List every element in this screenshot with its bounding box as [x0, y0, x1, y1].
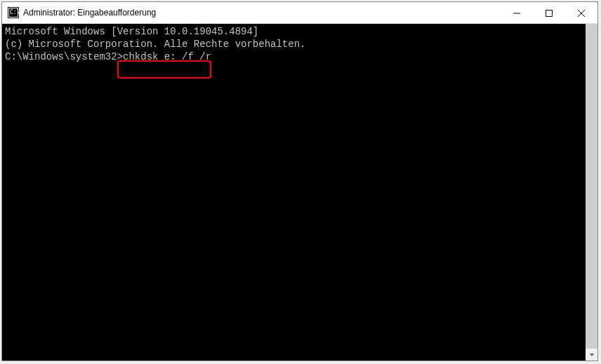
prompt-line: C:\Windows\system32>chkdsk e: /f /r	[5, 50, 211, 63]
maximize-button[interactable]	[533, 2, 565, 24]
scrollbar-thumb[interactable]	[586, 24, 597, 360]
cmd-icon: C:\	[8, 7, 19, 18]
minimize-button[interactable]	[501, 2, 533, 24]
terminal-content[interactable]: Microsoft Windows [Version 10.0.19045.48…	[2, 24, 586, 360]
command-text: chkdsk e: /f /r	[123, 51, 211, 62]
svg-rect-5	[546, 10, 553, 16]
terminal-area: Microsoft Windows [Version 10.0.19045.48…	[2, 24, 597, 360]
window-controls	[501, 2, 597, 23]
vertical-scrollbar[interactable]	[586, 24, 597, 360]
svg-text:C:\: C:\	[10, 9, 19, 15]
scroll-down-arrow-icon[interactable]	[586, 349, 597, 360]
titlebar[interactable]: C:\ Administrator: Eingabeaufforderung	[2, 2, 597, 24]
terminal-line: Microsoft Windows [Version 10.0.19045.48…	[5, 25, 583, 38]
window-title: Administrator: Eingabeaufforderung	[23, 8, 501, 18]
terminal-line: (c) Microsoft Corporation. Alle Rechte v…	[5, 38, 583, 50]
prompt: C:\Windows\system32>	[5, 51, 123, 62]
close-button[interactable]	[565, 2, 597, 24]
command-prompt-window: C:\ Administrator: Eingabeaufforderung M…	[1, 1, 598, 361]
